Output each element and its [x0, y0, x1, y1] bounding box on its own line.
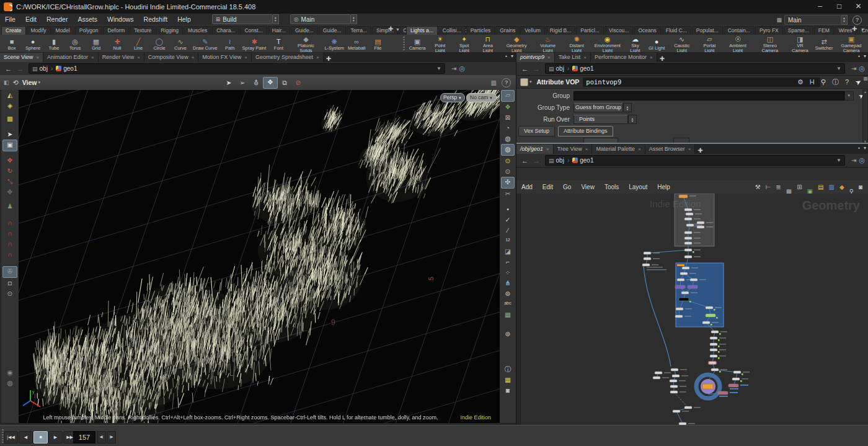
shelf-tab-r-9[interactable]: Fluid C...	[662, 26, 691, 35]
path-tool[interactable]: ≀ Path	[219, 37, 241, 51]
subtab-attribute-bindings[interactable]: Attribute Bindings	[558, 126, 613, 136]
view-mask-icon[interactable]: ◔	[502, 123, 514, 133]
shelf-tab-4[interactable]: Deform	[103, 26, 129, 35]
shelf-tab-r-14[interactable]: FEM	[814, 26, 834, 35]
point-light-tool[interactable]: ☀ Point Light	[428, 35, 453, 53]
back-arrow-icon[interactable]: ←	[521, 65, 528, 73]
render-region-icon[interactable]: ◘	[3, 278, 17, 288]
close-tab-icon[interactable]: ×	[650, 53, 653, 62]
spray-paint-tool[interactable]: ✱ Spray Paint	[241, 37, 268, 51]
shelf-tab-5[interactable]: Texture	[130, 26, 156, 35]
breadcrumb-root[interactable]: obj	[40, 65, 48, 72]
network-menu-help[interactable]: Help	[652, 184, 675, 190]
step-forward-button[interactable]: |▶	[107, 431, 116, 444]
param-scrollbar[interactable]: ▲ ▼	[862, 89, 868, 144]
desktop-selector[interactable]: ⊞ Build	[212, 14, 273, 24]
group-input[interactable]	[574, 91, 844, 100]
close-tab-icon[interactable]: ×	[585, 145, 588, 154]
select-arrow-icon[interactable]: ➤	[3, 129, 17, 140]
scale-icon[interactable]: ⤡	[3, 176, 17, 187]
menu-render[interactable]: Render	[42, 14, 73, 25]
shelf-tab-r-1[interactable]: Collisi...	[438, 26, 466, 35]
font-tool[interactable]: T Font	[268, 37, 289, 51]
radial-menu-selector[interactable]: ◎ Main	[290, 14, 351, 24]
translate-icon[interactable]: ✥	[3, 155, 17, 166]
vertex-marker-icon[interactable]: ✓	[502, 215, 514, 225]
flipbook-icon[interactable]: ⊙	[3, 288, 17, 299]
gear-icon[interactable]: ⚙	[797, 78, 804, 86]
view-snapshot-icon[interactable]: ◉	[3, 367, 17, 378]
viewport-layout-icon[interactable]: ✣	[501, 177, 515, 189]
headlight-icon[interactable]: ◍	[501, 144, 515, 156]
point-trails-icon[interactable]: ⁘	[502, 267, 514, 278]
follow-target-icon[interactable]: ◎	[459, 65, 465, 73]
prim-marker-icon[interactable]: ◪	[502, 246, 514, 257]
viewport-help-icon[interactable]: ?	[502, 78, 511, 87]
param-tab-2[interactable]: Performance Monitor×	[591, 53, 657, 62]
shelf-tab-r-7[interactable]: Viscou...	[604, 26, 633, 35]
camera-selector[interactable]: No cam ▼	[466, 93, 497, 102]
network-snapshot-icon[interactable]: ◙	[859, 184, 862, 190]
param-tab-0[interactable]: pointvop9×	[516, 53, 555, 62]
move-view-icon[interactable]: ✥	[263, 77, 278, 89]
close-tab-icon[interactable]: ×	[688, 145, 691, 154]
pin-pane-icon[interactable]: ⇥	[851, 65, 856, 72]
net-tab-3[interactable]: Asset Browser×	[645, 145, 696, 154]
stow-bar-icon[interactable]: ▥	[491, 79, 497, 86]
node-graph[interactable]	[516, 194, 868, 425]
close-tab-icon[interactable]: ×	[137, 53, 140, 62]
close-tab-icon[interactable]: ×	[316, 53, 319, 62]
metaball-tool[interactable]: ∞ Metaball	[346, 37, 367, 51]
shelf-tab-r-11[interactable]: Contain...	[724, 26, 755, 35]
menu-help[interactable]: Help	[172, 14, 196, 25]
net-tab-2[interactable]: Material Palette×	[592, 145, 645, 154]
shelf-tab-8[interactable]: Chara...	[212, 26, 239, 35]
current-frame-field[interactable]: 157	[73, 431, 95, 444]
breadcrumb-root[interactable]: obj	[556, 65, 564, 72]
forward-arrow-icon[interactable]: →	[533, 65, 540, 73]
stereo-camera-tool[interactable]: ◫ Stereo Camera	[753, 35, 787, 53]
run-over-spinner[interactable]: ▲▼	[628, 115, 637, 124]
help-circle-icon[interactable]: ?	[852, 16, 862, 25]
pane-split-icon[interactable]: ▪	[505, 53, 507, 59]
torus-tool[interactable]: ◎ Torus	[64, 37, 86, 51]
show-templates-icon[interactable]: ◈	[3, 100, 17, 111]
viewport-canvas[interactable]	[19, 90, 500, 423]
box-tool[interactable]: ■ Box	[1, 37, 22, 51]
menu-windows[interactable]: Windows	[102, 14, 139, 25]
pliers-icon[interactable]: ✂	[502, 189, 514, 199]
group-dropdown-caret-icon[interactable]: ▼	[844, 91, 854, 100]
network-canvas[interactable]: Geometry Indie Edition	[516, 194, 868, 425]
shelf-tab-r-0[interactable]: Lights a...	[406, 26, 438, 35]
network-menu-layout[interactable]: Layout	[624, 184, 652, 190]
node-name-field[interactable]: pointvop9	[583, 78, 820, 87]
snap-grid-icon[interactable]: ∩	[3, 218, 17, 228]
prim-numbers-icon[interactable]: ⌐	[502, 257, 514, 267]
snap-point-icon[interactable]: ∩	[3, 228, 17, 239]
secure-selection-lock-icon[interactable]: ▣	[2, 140, 17, 151]
breadcrumb-root[interactable]: obj	[556, 157, 564, 164]
forward-arrow-icon[interactable]: →	[533, 157, 540, 164]
desktop-right-spinner[interactable]: ▲▼	[841, 15, 848, 25]
gi-light-tool[interactable]: ● GI Light	[646, 37, 667, 51]
new-pane-tab-icon[interactable]: ✚	[324, 55, 334, 62]
shelf-tab-3[interactable]: Polygon	[75, 26, 103, 35]
rotate-icon[interactable]: ↻	[3, 166, 17, 176]
sphere-tool[interactable]: ● Sphere	[22, 37, 43, 51]
follow-target-icon[interactable]: ◎	[859, 65, 865, 73]
desktop-spinner[interactable]: ▲▼	[273, 14, 279, 24]
shelf-tab-11[interactable]: Guide...	[291, 26, 318, 35]
pane-tab-0[interactable]: Scene View×	[0, 53, 43, 62]
shelf-tab-r-2[interactable]: Particles	[466, 26, 495, 35]
camera-handle-icon[interactable]: ⊚	[502, 329, 514, 339]
tube-tool[interactable]: ▮ Tube	[43, 37, 64, 51]
line-tool[interactable]: ╱ Line	[128, 37, 149, 51]
pane-tab-1[interactable]: Animation Editor×	[43, 53, 99, 62]
pin-highlight-icon[interactable]: ⊙	[502, 156, 514, 166]
node-caret-icon[interactable]: ▾	[528, 79, 533, 84]
shelf-tab-r-12[interactable]: Pyro FX	[755, 26, 783, 35]
close-button[interactable]: ✕	[849, 0, 868, 14]
breadcrumb-node[interactable]: geo1	[580, 157, 593, 164]
menu-file[interactable]: File	[0, 14, 20, 25]
path-field[interactable]: ▤ obj › geo1 ▼	[545, 155, 845, 166]
